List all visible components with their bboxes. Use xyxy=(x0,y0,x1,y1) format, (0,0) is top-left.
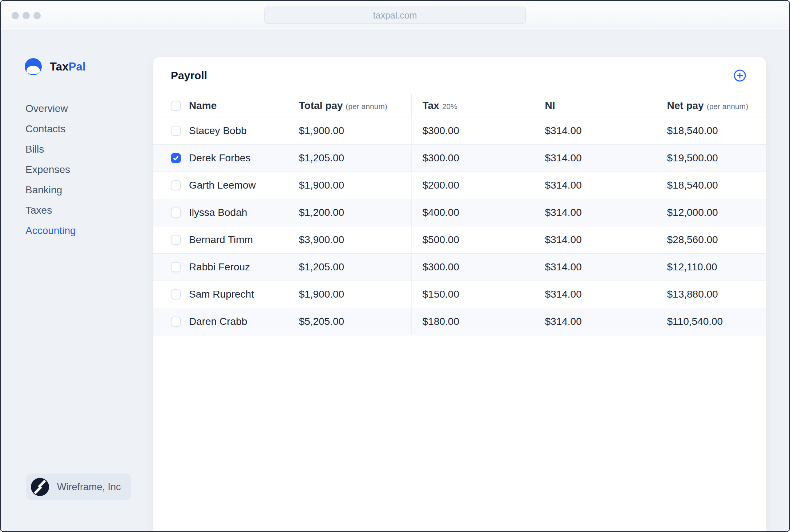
window-controls xyxy=(12,12,41,19)
row-checkbox[interactable] xyxy=(171,262,181,272)
page-title: Payroll xyxy=(171,69,207,82)
column-header-ni: NI xyxy=(534,94,656,117)
cell-tax: $300.00 xyxy=(411,145,534,172)
brand-name: TaxPal xyxy=(50,60,86,73)
employee-name: Sam Ruprecht xyxy=(189,289,254,300)
employee-name: Garth Leemow xyxy=(189,180,256,191)
cell-ni: $314.00 xyxy=(534,226,656,254)
browser-chrome: taxpal.com xyxy=(1,1,789,31)
cell-name: Derek Forbes xyxy=(153,145,288,172)
table-row: Rabbi Ferouz $1,205.00 $300.00 $314.00 $… xyxy=(153,254,766,281)
cell-tax: $400.00 xyxy=(411,199,534,226)
screenshot-frame: taxpal.com TaxPal OverviewContactsBillsE… xyxy=(0,0,790,532)
cell-total-pay: $5,205.00 xyxy=(288,308,411,335)
cell-net-pay: $18,540.00 xyxy=(656,117,766,145)
org-logo-icon xyxy=(31,478,49,496)
column-header-name: Name xyxy=(153,94,288,117)
sidebar-item-contacts[interactable]: Contacts xyxy=(25,119,153,139)
column-header-tax: Tax20% xyxy=(411,94,534,117)
cell-tax: $300.00 xyxy=(411,254,534,281)
cell-total-pay: $1,200.00 xyxy=(288,199,411,226)
sidebar-item-bills[interactable]: Bills xyxy=(25,139,153,160)
payroll-card: Payroll xyxy=(153,57,766,531)
cell-total-pay: $3,900.00 xyxy=(288,226,411,254)
row-checkbox[interactable] xyxy=(171,207,181,218)
cell-tax: $150.00 xyxy=(411,281,534,308)
org-switcher[interactable]: Wireframe, Inc xyxy=(26,473,131,500)
sidebar-item-banking[interactable]: Banking xyxy=(25,180,153,200)
employee-name: Bernard Timm xyxy=(189,234,253,246)
row-checkbox[interactable] xyxy=(171,126,181,136)
employee-name: Derek Forbes xyxy=(189,152,251,164)
employee-name: Daren Crabb xyxy=(189,316,247,327)
row-checkbox[interactable] xyxy=(171,153,181,163)
cell-net-pay: $28,560.00 xyxy=(656,226,766,254)
table-header-row: Name Total pay(per annum) Tax20% NI Net … xyxy=(153,94,766,117)
row-checkbox[interactable] xyxy=(171,235,181,245)
taxpal-logo-icon xyxy=(25,58,42,75)
url-input[interactable]: taxpal.com xyxy=(264,7,526,24)
window-control-dot[interactable] xyxy=(23,12,30,19)
main-content: Payroll xyxy=(153,31,789,531)
table-row: Derek Forbes $1,205.00 $300.00 $314.00 $… xyxy=(153,145,766,172)
cell-total-pay: $1,205.00 xyxy=(288,254,411,281)
payroll-card-header: Payroll xyxy=(153,57,766,94)
add-employee-button[interactable] xyxy=(733,68,747,83)
cell-ni: $314.00 xyxy=(534,172,656,199)
sidebar: TaxPal OverviewContactsBillsExpensesBank… xyxy=(1,31,153,531)
cell-ni: $314.00 xyxy=(534,145,656,172)
org-name: Wireframe, Inc xyxy=(57,481,121,493)
cell-ni: $314.00 xyxy=(534,308,656,335)
cell-net-pay: $13,880.00 xyxy=(656,281,766,308)
cell-tax: $500.00 xyxy=(411,226,534,254)
cell-total-pay: $1,900.00 xyxy=(288,117,411,145)
checkmark-icon xyxy=(173,155,179,161)
window-control-dot[interactable] xyxy=(33,12,41,19)
cell-tax: $200.00 xyxy=(411,172,534,199)
url-text: taxpal.com xyxy=(373,10,417,21)
employee-name: Rabbi Ferouz xyxy=(189,261,250,273)
sidebar-item-accounting[interactable]: Accounting xyxy=(25,221,153,241)
employee-name: Ilyssa Bodah xyxy=(189,207,247,218)
table-row: Stacey Bobb $1,900.00 $300.00 $314.00 $1… xyxy=(153,117,766,145)
cell-net-pay: $19,500.00 xyxy=(656,145,766,172)
cell-total-pay: $1,900.00 xyxy=(288,172,411,199)
app-body: TaxPal OverviewContactsBillsExpensesBank… xyxy=(1,31,789,531)
table-row: Daren Crabb $5,205.00 $180.00 $314.00 $1… xyxy=(153,308,766,335)
row-checkbox[interactable] xyxy=(171,317,181,327)
cell-name: Stacey Bobb xyxy=(153,117,288,145)
cell-ni: $314.00 xyxy=(534,117,656,145)
cell-name: Bernard Timm xyxy=(153,226,288,254)
table-row: Sam Ruprecht $1,900.00 $150.00 $314.00 $… xyxy=(153,281,766,308)
table-row: Garth Leemow $1,900.00 $200.00 $314.00 $… xyxy=(153,172,766,199)
cell-name: Garth Leemow xyxy=(153,172,288,199)
sidebar-item-taxes[interactable]: Taxes xyxy=(25,200,153,221)
cell-total-pay: $1,205.00 xyxy=(288,145,411,172)
brand-logo[interactable]: TaxPal xyxy=(25,58,153,75)
table-row: Bernard Timm $3,900.00 $500.00 $314.00 $… xyxy=(153,226,766,254)
column-header-total-pay: Total pay(per annum) xyxy=(288,94,411,117)
window-control-dot[interactable] xyxy=(12,12,19,19)
column-header-net-pay: Net pay(per annum) xyxy=(656,94,766,117)
row-checkbox[interactable] xyxy=(171,180,181,190)
cell-name: Daren Crabb xyxy=(153,308,288,335)
cell-ni: $314.00 xyxy=(534,254,656,281)
cell-net-pay: $12,000.00 xyxy=(656,199,766,226)
sidebar-item-expenses[interactable]: Expenses xyxy=(25,160,153,180)
cell-name: Sam Ruprecht xyxy=(153,281,288,308)
row-checkbox[interactable] xyxy=(171,289,181,299)
sidebar-item-overview[interactable]: Overview xyxy=(25,98,153,119)
cell-tax: $180.00 xyxy=(411,308,534,335)
cell-net-pay: $12,110.00 xyxy=(656,254,766,281)
cell-ni: $314.00 xyxy=(534,199,656,226)
table-row: Ilyssa Bodah $1,200.00 $400.00 $314.00 $… xyxy=(153,199,766,226)
employee-name: Stacey Bobb xyxy=(189,125,247,137)
cell-ni: $314.00 xyxy=(534,281,656,308)
select-all-checkbox[interactable] xyxy=(171,101,181,111)
cell-name: Ilyssa Bodah xyxy=(153,199,288,226)
payroll-table: Name Total pay(per annum) Tax20% NI Net … xyxy=(153,94,766,335)
sidebar-nav: OverviewContactsBillsExpensesBankingTaxe… xyxy=(1,98,153,241)
cell-total-pay: $1,900.00 xyxy=(288,281,411,308)
cell-name: Rabbi Ferouz xyxy=(153,254,288,281)
cell-tax: $300.00 xyxy=(411,117,534,145)
